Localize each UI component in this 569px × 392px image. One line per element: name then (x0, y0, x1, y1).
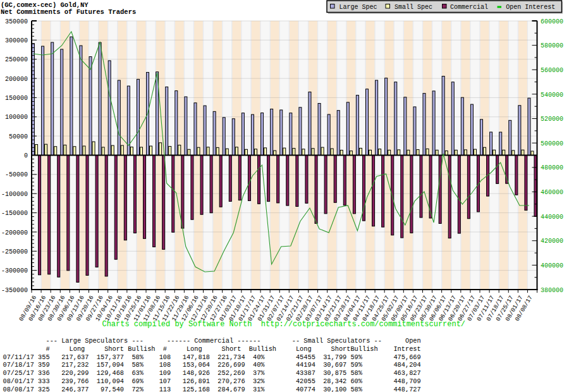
svg-text:420000: 420000 (541, 238, 563, 245)
svg-text:100000: 100000 (5, 114, 28, 121)
svg-text:# Long Short Bullish: # Long Short Bullish # Long Short Bullis… (3, 345, 421, 353)
svg-text:Commercial: Commercial (450, 4, 488, 11)
svg-text:-50000: -50000 (5, 171, 28, 178)
svg-text:350000: 350000 (5, 18, 28, 25)
svg-text:50000: 50000 (9, 133, 28, 140)
svg-text:400000: 400000 (541, 262, 563, 269)
svg-text:150000: 150000 (5, 95, 28, 102)
svg-text:Charts compiled by Software No: Charts compiled by Software North http:/… (102, 320, 466, 329)
svg-text:-100000: -100000 (1, 191, 28, 198)
svg-text:--- Large Speculators ---: --- Large Speculators --- ------ Commerc… (3, 337, 421, 345)
svg-text:460000: 460000 (541, 189, 563, 196)
svg-text:540000: 540000 (541, 92, 563, 99)
svg-text:Large Spec: Large Spec (340, 4, 377, 11)
svg-text:300000: 300000 (5, 37, 28, 44)
svg-text:07/11/17 355 217,637 157,37: 07/11/17 355 217,637 157,377 58% 108 147… (3, 353, 421, 361)
svg-text:08/08/17 325 246,377 97,54: 08/08/17 325 246,377 97,540 72% 113 125,… (3, 386, 421, 392)
svg-text:520000: 520000 (541, 116, 563, 123)
svg-text:-300000: -300000 (1, 267, 28, 274)
svg-text:580000: 580000 (541, 42, 563, 49)
svg-text:500000: 500000 (541, 140, 563, 147)
svg-text:380000: 380000 (541, 287, 563, 294)
svg-text:-150000: -150000 (1, 210, 28, 217)
svg-text:0: 0 (24, 152, 28, 159)
svg-text:560000: 560000 (541, 67, 563, 74)
svg-text:Net Commitments of Futures Tra: Net Commitments of Futures Traders (1, 8, 136, 16)
svg-text:-200000: -200000 (1, 230, 28, 236)
svg-text:480000: 480000 (541, 164, 563, 171)
svg-text:08/01/17 333 239,766 110,09: 08/01/17 333 239,766 110,094 69% 107 126… (3, 377, 421, 385)
svg-text:250000: 250000 (5, 56, 28, 63)
svg-text:Small Spec: Small Spec (395, 4, 432, 11)
svg-text:07/25/17 336 220,299 129,46: 07/25/17 336 220,299 129,468 63% 109 148… (3, 369, 421, 377)
svg-text:200000: 200000 (5, 76, 28, 83)
svg-text:-250000: -250000 (1, 248, 28, 255)
svg-text:-350000: -350000 (1, 287, 28, 294)
svg-text:07/18/17 359 217,232 157,09: 07/18/17 359 217,232 157,094 58% 108 153… (3, 361, 421, 369)
svg-text:600000: 600000 (541, 18, 563, 25)
svg-text:Open Interest: Open Interest (506, 4, 555, 11)
svg-text:440000: 440000 (541, 214, 563, 221)
